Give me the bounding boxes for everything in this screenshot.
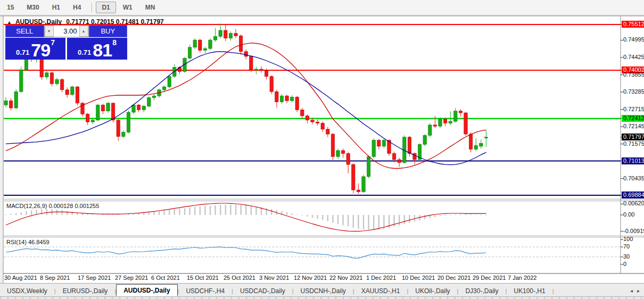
price-axis-label: 0.72145 xyxy=(623,123,644,130)
timeframe-button-mn[interactable]: MN xyxy=(139,2,161,13)
chart-tab-audusd-daily[interactable]: AUDUSD-,Daily xyxy=(116,284,177,296)
sell-price-sup: 7 xyxy=(51,38,55,47)
date-axis-label: 20 Dec 2021 xyxy=(437,275,470,281)
sell-price-box[interactable]: 0.71797 xyxy=(5,38,65,60)
chart-tab-usdchf-h4[interactable]: USDCHF-,H4 xyxy=(179,285,232,296)
date-axis-label: 6 Oct 2021 xyxy=(151,275,180,281)
price-axis-label: 0.72715 xyxy=(623,106,644,113)
date-axis-label: 29 Dec 2021 xyxy=(473,275,506,281)
price-axis-label: 0.73855 xyxy=(623,71,644,78)
symbol-period-label: AUDUSD-,Daily xyxy=(15,18,62,26)
date-axis-label: 3 Nov 2021 xyxy=(259,275,289,281)
date-axis-label: 12 Nov 2021 xyxy=(294,275,327,281)
symbol-tabbar: USDX,Weekly|EURUSD-,Daily|AUDUSD-,Daily|… xyxy=(0,283,644,296)
buy-price-sup: 8 xyxy=(112,38,117,47)
buy-price-box[interactable]: 0.71818 xyxy=(67,38,127,60)
date-axis-label: 25 Oct 2021 xyxy=(224,275,255,281)
tab-scroll-left-icon[interactable]: ◂ xyxy=(630,288,633,294)
price-axis-label: 0.74995 xyxy=(623,36,644,43)
bottom-panel-edge xyxy=(0,296,644,299)
sell-price-prefix: 0.71 xyxy=(16,47,29,59)
chart-tab-xauusd-h1[interactable]: XAUUSD-,H1 xyxy=(354,285,407,296)
date-axis-label: 10 Dec 2021 xyxy=(402,275,435,281)
date-axis-label: 22 Nov 2021 xyxy=(329,275,362,281)
sell-price-big: 79 xyxy=(31,42,50,59)
chart-tab-dj30-daily[interactable]: DJ30-,Daily xyxy=(458,285,505,296)
date-axis-label: 1 Dec 2021 xyxy=(366,275,396,281)
trading-terminal: 15M30H1H4D1W1MN ▲AUDUSD-,Daily0.71771 0.… xyxy=(0,0,644,299)
toolbar-divider xyxy=(92,3,92,12)
buy-price-big: 81 xyxy=(93,42,112,59)
chart-tab-usdcnh-daily[interactable]: USDCNH-,Daily xyxy=(294,285,353,296)
rsi-scale-label: 30 xyxy=(623,253,630,260)
macd-scale-label: 0.00 xyxy=(623,211,634,218)
rsi-scale-label: 70 xyxy=(623,243,630,250)
chart-tab-ukoil-daily[interactable]: UKOil-,Daily xyxy=(408,285,457,296)
timeframe-button-m30[interactable]: M30 xyxy=(21,2,45,13)
rsi-label: RSI(14) 46.8459 xyxy=(6,239,49,245)
date-axis-label: 17 Sep 2021 xyxy=(78,275,111,281)
price-axis-label: 0.74425 xyxy=(623,54,644,61)
timeframe-button-w1[interactable]: W1 xyxy=(117,2,138,13)
tab-separator: | xyxy=(552,288,554,296)
volume-decrease-button[interactable]: ▼ xyxy=(45,26,54,37)
price-axis-label: 0.70435 xyxy=(623,175,644,182)
timeframe-button-15[interactable]: 15 xyxy=(1,2,20,13)
buy-price-prefix: 0.71 xyxy=(78,47,91,59)
chart-tab-uk100-h1[interactable]: UK100-,H1 xyxy=(507,285,552,296)
timeframe-toolbar: 15M30H1H4D1W1MN xyxy=(0,0,644,15)
chart-title: ▲AUDUSD-,Daily0.71771 0.72015 0.71481 0.… xyxy=(7,18,164,26)
macd-scale-label: -0.009197 xyxy=(623,228,644,235)
price-axis-label: 0.73285 xyxy=(623,88,644,95)
rsi-scale-label: 0 xyxy=(623,261,626,268)
chart-tab-usdx-weekly[interactable]: USDX,Weekly xyxy=(0,285,54,296)
macd-scale-label: 0.006201 xyxy=(623,200,644,207)
price-level-label-blue: 0.71013 xyxy=(622,157,644,164)
tab-scroll-arrows: ◂▸ xyxy=(630,288,644,296)
chart-tab-usdcad-daily[interactable]: USDCAD-,Daily xyxy=(233,285,292,296)
rsi-scale-label: 100 xyxy=(623,236,633,243)
volume-input[interactable] xyxy=(54,26,79,37)
sell-button[interactable]: SELL xyxy=(5,25,44,37)
price-level-label-blue: 0.69884 xyxy=(622,192,644,198)
price-axis-label: 0.71575 xyxy=(623,140,644,147)
chart-tab-eurusd-daily[interactable]: EURUSD-,Daily xyxy=(56,285,115,296)
date-axis-label: 8 Sep 2021 xyxy=(40,275,70,281)
timeframe-button-h1[interactable]: H1 xyxy=(46,2,66,13)
date-axis-label: 27 Sep 2021 xyxy=(115,275,148,281)
date-axis-label: 15 Oct 2021 xyxy=(187,275,219,281)
volume-box: ▼ ▲ xyxy=(44,25,89,37)
timeframe-button-d1[interactable]: D1 xyxy=(96,2,115,13)
price-level-label-red: 0.75512 xyxy=(622,21,644,28)
macd-label: MACD(12,26,9) 0.000128 0.001255 xyxy=(6,203,99,209)
date-axis-label: 30 Aug 2021 xyxy=(4,275,37,281)
collapse-panel-icon[interactable]: ▲ xyxy=(7,20,12,25)
one-click-trade-panel: SELL ▼ ▲ BUY 0.71797 0.71818 xyxy=(5,25,127,60)
ohlc-values: 0.71771 0.72015 0.71481 0.71797 xyxy=(66,18,164,26)
volume-increase-button[interactable]: ▲ xyxy=(79,26,88,37)
timeframe-button-h4[interactable]: H4 xyxy=(67,2,87,13)
buy-button[interactable]: BUY xyxy=(89,25,128,37)
tab-scroll-right-icon[interactable]: ▸ xyxy=(637,288,640,294)
date-axis-label: 7 Jan 2022 xyxy=(508,275,536,281)
current-price-label: 0.71797 xyxy=(622,134,644,140)
price-level-label-green: 0.72412 xyxy=(622,115,644,122)
